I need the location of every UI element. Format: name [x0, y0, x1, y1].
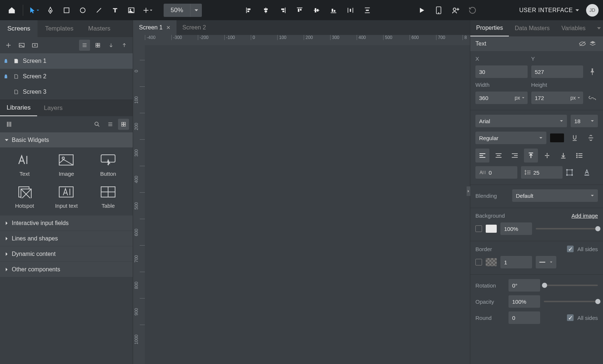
text-align-bottom-icon[interactable]: [556, 149, 570, 163]
height-input[interactable]: 172 px: [531, 92, 584, 104]
font-weight-dropdown[interactable]: Regular: [475, 132, 546, 144]
layers-icon[interactable]: [588, 40, 598, 47]
lib-category[interactable]: Dynamic content: [0, 246, 133, 262]
opacity-input[interactable]: 100%: [509, 295, 540, 308]
screen-item[interactable]: Screen 1: [0, 53, 133, 69]
border-style-dropdown[interactable]: [536, 256, 556, 268]
share-icon[interactable]: [448, 3, 463, 18]
text-align-center-icon[interactable]: [492, 149, 506, 163]
font-family-dropdown[interactable]: Arial: [475, 115, 567, 127]
ruler-horizontal[interactable]: -400 -300 -200 -100 0 100 200 300 400 50…: [145, 35, 470, 45]
pen-tool-icon[interactable]: [43, 3, 58, 18]
border-width-input[interactable]: 1: [500, 256, 532, 268]
distribute-v-icon[interactable]: [360, 3, 375, 18]
ruler-vertical[interactable]: 0 100 200 300 400 500 600 700 800 900 10…: [133, 45, 145, 364]
close-icon[interactable]: ✕: [166, 25, 171, 31]
tab-data-masters[interactable]: Data Masters: [509, 20, 556, 36]
y-input[interactable]: 527: [531, 65, 584, 78]
text-align-top-icon[interactable]: [524, 149, 538, 163]
round-all-sides-checkbox[interactable]: ✓: [567, 314, 574, 321]
screen-item[interactable]: Screen 3: [0, 84, 133, 100]
width-unit-dropdown[interactable]: px: [512, 95, 528, 101]
widget-input-text[interactable]: Input text: [46, 185, 87, 209]
hide-icon[interactable]: [577, 41, 588, 47]
strikethrough-icon[interactable]: [584, 131, 598, 145]
text-align-right-icon[interactable]: [508, 149, 522, 163]
canvas-tab[interactable]: Screen 1 ✕: [133, 20, 176, 35]
round-input[interactable]: 0: [509, 311, 540, 324]
rectangle-tool-icon[interactable]: [59, 3, 74, 18]
canvas-tab[interactable]: Screen 2: [176, 20, 212, 35]
lib-category[interactable]: Interactive input fields: [0, 215, 133, 231]
tab-templates[interactable]: Templates: [38, 20, 81, 37]
align-center-h-icon[interactable]: [258, 3, 273, 18]
text-align-left-icon[interactable]: [475, 149, 489, 163]
font-size-dropdown[interactable]: 18: [571, 115, 598, 127]
background-enabled-checkbox[interactable]: [475, 225, 482, 232]
sort-down-icon[interactable]: [106, 40, 117, 51]
auto-size-icon[interactable]: [566, 169, 580, 176]
zoom-control[interactable]: 50%: [164, 4, 202, 17]
project-name-dropdown[interactable]: USER INTERFACE: [519, 7, 579, 14]
lock-icon[interactable]: [2, 74, 10, 79]
list-view-icon[interactable]: [105, 119, 116, 130]
lock-icon[interactable]: [2, 59, 10, 63]
add-folder-icon[interactable]: [29, 40, 40, 51]
background-opacity-input[interactable]: 100%: [500, 222, 532, 235]
text-align-middle-icon[interactable]: [540, 149, 554, 163]
background-color-swatch[interactable]: [486, 225, 497, 233]
blending-dropdown[interactable]: Default: [512, 189, 598, 202]
grid-view-icon[interactable]: [118, 119, 129, 130]
zoom-dropdown-icon[interactable]: [190, 4, 202, 17]
lib-category[interactable]: Other components: [0, 262, 133, 277]
widget-hotspot[interactable]: Hotspot: [4, 185, 45, 209]
sort-up-icon[interactable]: [119, 40, 130, 51]
lib-category[interactable]: Lines and shapes: [0, 231, 133, 246]
text-tool-icon[interactable]: [108, 3, 122, 18]
lib-category[interactable]: Basic Widgets: [0, 132, 133, 148]
library-manager-icon[interactable]: [4, 119, 15, 130]
add-image-screen-icon[interactable]: [16, 40, 27, 51]
tab-properties[interactable]: Properties: [470, 20, 509, 36]
widget-image[interactable]: Image: [46, 153, 87, 177]
zoom-value[interactable]: 50%: [164, 7, 190, 14]
rotation-input[interactable]: 0°: [509, 279, 540, 292]
tab-screens[interactable]: Screens: [0, 20, 38, 37]
widget-text[interactable]: Text: [4, 153, 45, 177]
width-input[interactable]: 360 px: [475, 92, 528, 104]
align-bottom-icon[interactable]: [326, 3, 341, 18]
widget-button[interactable]: Button: [88, 153, 128, 177]
border-all-sides-checkbox[interactable]: ✓: [567, 246, 574, 252]
add-image-link[interactable]: Add image: [571, 213, 598, 219]
add-tool-icon[interactable]: [140, 3, 155, 18]
tab-layers[interactable]: Layers: [37, 100, 69, 116]
add-screen-icon[interactable]: [3, 40, 14, 51]
history-icon[interactable]: [465, 3, 480, 18]
border-color-swatch[interactable]: [486, 258, 497, 266]
screen-item[interactable]: Screen 2: [0, 69, 133, 84]
line-height-input[interactable]: 25: [521, 166, 563, 179]
link-dimensions-icon[interactable]: [587, 96, 598, 100]
x-input[interactable]: 30: [475, 65, 528, 78]
panel-menu-icon[interactable]: [597, 26, 601, 30]
opacity-slider[interactable]: [544, 301, 598, 302]
search-icon[interactable]: [92, 119, 103, 130]
bullet-list-icon[interactable]: [572, 149, 586, 163]
line-tool-icon[interactable]: [92, 3, 106, 18]
tab-masters[interactable]: Masters: [81, 20, 118, 37]
list-view-icon[interactable]: [79, 40, 90, 51]
align-left-icon[interactable]: [242, 3, 256, 18]
align-right-icon[interactable]: [275, 3, 290, 18]
underline-icon[interactable]: [568, 131, 582, 145]
tab-libraries[interactable]: Libraries: [0, 100, 37, 116]
canvas[interactable]: [145, 45, 470, 364]
home-icon[interactable]: [4, 3, 19, 18]
rotation-slider[interactable]: [544, 285, 598, 286]
letter-spacing-input[interactable]: 0: [475, 166, 517, 179]
panel-collapse-icon[interactable]: [467, 186, 470, 196]
align-top-icon[interactable]: [292, 3, 307, 18]
text-color-reset-icon[interactable]: [584, 169, 598, 176]
widget-table[interactable]: Table: [88, 185, 128, 209]
height-unit-dropdown[interactable]: px: [567, 95, 583, 101]
image-tool-icon[interactable]: [124, 3, 139, 18]
